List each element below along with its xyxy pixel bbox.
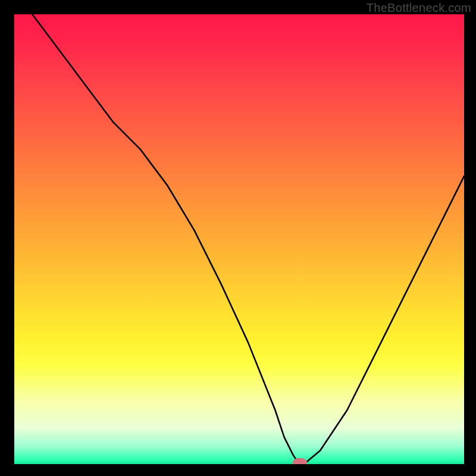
plot-area — [14, 14, 464, 464]
chart-frame: TheBottleneck.com — [0, 0, 476, 476]
heat-gradient-background — [14, 14, 464, 464]
watermark-text: TheBottleneck.com — [367, 1, 471, 15]
